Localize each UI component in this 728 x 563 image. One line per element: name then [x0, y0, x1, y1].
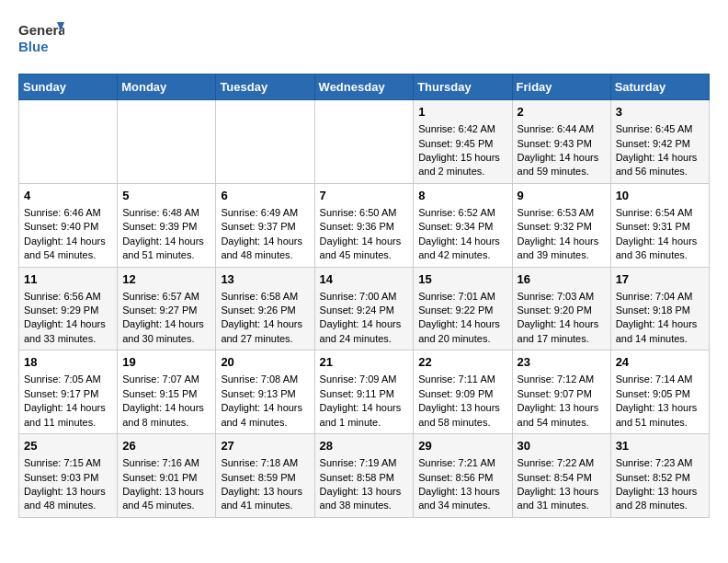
- day-info: Sunrise: 7:16 AM: [122, 456, 210, 470]
- day-info: Sunset: 9:31 PM: [616, 220, 704, 234]
- day-info: Sunrise: 6:52 AM: [418, 206, 506, 220]
- calendar-cell: 13Sunrise: 6:58 AMSunset: 9:26 PMDayligh…: [216, 267, 314, 350]
- calendar-cell: 1Sunrise: 6:42 AMSunset: 9:45 PMDaylight…: [414, 100, 512, 184]
- calendar-cell: 31Sunrise: 7:23 AMSunset: 8:52 PMDayligh…: [610, 434, 709, 518]
- day-info: Sunset: 9:11 PM: [320, 387, 409, 401]
- day-number: 13: [221, 271, 309, 288]
- day-info: Sunset: 9:40 PM: [24, 220, 112, 234]
- calendar-cell: 10Sunrise: 6:54 AMSunset: 9:31 PMDayligh…: [610, 183, 709, 267]
- day-info: Sunset: 9:39 PM: [122, 220, 210, 234]
- day-info: and 45 minutes.: [320, 248, 409, 262]
- day-info: Sunset: 9:32 PM: [518, 220, 606, 234]
- header-day: Monday: [118, 75, 216, 100]
- day-info: Daylight: 14 hours: [616, 235, 704, 248]
- calendar-cell: 26Sunrise: 7:16 AMSunset: 9:01 PMDayligh…: [118, 434, 216, 518]
- day-info: Sunrise: 7:08 AM: [221, 373, 309, 386]
- day-number: 28: [320, 438, 409, 454]
- calendar-cell: 7Sunrise: 6:50 AMSunset: 9:36 PMDaylight…: [314, 183, 414, 267]
- day-info: Sunset: 8:59 PM: [221, 471, 309, 485]
- day-number: 1: [418, 104, 506, 121]
- day-info: and 58 minutes.: [418, 416, 506, 430]
- calendar-cell: 5Sunrise: 6:48 AMSunset: 9:39 PMDaylight…: [118, 183, 216, 267]
- day-info: Sunrise: 7:22 AM: [518, 456, 606, 470]
- day-info: and 48 minutes.: [221, 248, 309, 262]
- day-number: 20: [221, 354, 309, 371]
- day-info: Sunrise: 7:04 AM: [616, 290, 704, 304]
- day-info: Sunset: 9:29 PM: [24, 304, 112, 317]
- header-day: Thursday: [414, 75, 512, 100]
- day-info: and 51 minutes.: [616, 416, 704, 430]
- day-number: 19: [122, 354, 210, 371]
- day-info: and 34 minutes.: [418, 499, 506, 512]
- day-info: Sunset: 9:13 PM: [221, 387, 309, 401]
- day-info: and 2 minutes.: [418, 165, 506, 178]
- calendar-cell: 9Sunrise: 6:53 AMSunset: 9:32 PMDaylight…: [512, 183, 610, 267]
- day-info: Sunrise: 6:50 AM: [320, 206, 409, 220]
- day-info: and 38 minutes.: [320, 499, 409, 512]
- calendar-table: SundayMondayTuesdayWednesdayThursdayFrid…: [18, 74, 710, 518]
- day-number: 24: [616, 354, 704, 371]
- day-info: Daylight: 14 hours: [24, 235, 112, 248]
- day-info: Sunset: 9:20 PM: [518, 304, 606, 317]
- day-info: Sunset: 9:45 PM: [418, 137, 506, 151]
- day-info: Sunrise: 7:05 AM: [24, 373, 112, 386]
- calendar-cell: [216, 100, 314, 184]
- day-info: Daylight: 14 hours: [221, 317, 309, 331]
- day-info: Sunset: 9:27 PM: [122, 304, 210, 317]
- day-info: Sunrise: 7:09 AM: [320, 373, 409, 386]
- day-info: and 20 minutes.: [418, 332, 506, 346]
- calendar-cell: 8Sunrise: 6:52 AMSunset: 9:34 PMDaylight…: [414, 183, 512, 267]
- day-number: 21: [320, 354, 409, 371]
- day-info: Sunrise: 7:03 AM: [518, 290, 606, 304]
- day-number: 15: [418, 271, 506, 288]
- calendar-cell: 14Sunrise: 7:00 AMSunset: 9:24 PMDayligh…: [314, 267, 414, 350]
- calendar-week: 25Sunrise: 7:15 AMSunset: 9:03 PMDayligh…: [19, 434, 710, 518]
- day-info: and 54 minutes.: [24, 248, 112, 262]
- day-info: Sunset: 9:43 PM: [518, 137, 606, 151]
- day-info: and 48 minutes.: [24, 499, 112, 512]
- header-row: SundayMondayTuesdayWednesdayThursdayFrid…: [19, 75, 710, 100]
- calendar-week: 11Sunrise: 6:56 AMSunset: 9:29 PMDayligh…: [19, 267, 710, 350]
- day-info: Sunset: 9:22 PM: [418, 304, 506, 317]
- day-info: Sunset: 9:09 PM: [418, 387, 506, 401]
- day-info: Daylight: 14 hours: [616, 317, 704, 331]
- day-info: Daylight: 13 hours: [518, 485, 606, 499]
- calendar-cell: 28Sunrise: 7:19 AMSunset: 8:58 PMDayligh…: [314, 434, 414, 518]
- day-info: Sunrise: 7:12 AM: [518, 373, 606, 386]
- day-info: and 1 minute.: [320, 416, 409, 430]
- day-info: Daylight: 13 hours: [518, 401, 606, 415]
- day-info: Daylight: 14 hours: [122, 317, 210, 331]
- day-info: and 31 minutes.: [518, 499, 606, 512]
- day-info: Daylight: 14 hours: [320, 235, 409, 248]
- calendar-body: 1Sunrise: 6:42 AMSunset: 9:45 PMDaylight…: [19, 100, 710, 518]
- day-number: 5: [122, 188, 210, 204]
- calendar-week: 1Sunrise: 6:42 AMSunset: 9:45 PMDaylight…: [19, 100, 710, 184]
- day-info: Sunrise: 7:07 AM: [122, 373, 210, 386]
- header-day: Saturday: [610, 75, 709, 100]
- calendar-week: 18Sunrise: 7:05 AMSunset: 9:17 PMDayligh…: [19, 350, 710, 434]
- day-info: Daylight: 13 hours: [418, 485, 506, 499]
- day-info: and 14 minutes.: [616, 332, 704, 346]
- day-info: Daylight: 13 hours: [616, 401, 704, 415]
- day-info: Sunrise: 6:53 AM: [518, 206, 606, 220]
- day-info: and 17 minutes.: [518, 332, 606, 346]
- day-info: Daylight: 13 hours: [122, 485, 210, 499]
- day-number: 29: [418, 438, 506, 454]
- svg-text:General: General: [18, 22, 64, 38]
- day-info: and 27 minutes.: [221, 332, 309, 346]
- calendar-cell: 29Sunrise: 7:21 AMSunset: 8:56 PMDayligh…: [414, 434, 512, 518]
- svg-text:Blue: Blue: [18, 39, 49, 54]
- calendar-cell: [118, 100, 216, 184]
- day-info: Sunset: 9:18 PM: [616, 304, 704, 317]
- day-info: Sunrise: 7:11 AM: [418, 373, 506, 386]
- day-number: 12: [122, 271, 210, 288]
- day-info: Sunset: 9:01 PM: [122, 471, 210, 485]
- day-info: Sunset: 9:37 PM: [221, 220, 309, 234]
- day-info: Sunrise: 6:54 AM: [616, 206, 704, 220]
- day-info: Sunset: 8:56 PM: [418, 471, 506, 485]
- calendar-cell: 27Sunrise: 7:18 AMSunset: 8:59 PMDayligh…: [216, 434, 314, 518]
- day-info: Daylight: 14 hours: [122, 401, 210, 415]
- calendar-header: SundayMondayTuesdayWednesdayThursdayFrid…: [19, 75, 710, 100]
- day-info: Sunset: 9:03 PM: [24, 471, 112, 485]
- calendar-cell: 19Sunrise: 7:07 AMSunset: 9:15 PMDayligh…: [118, 350, 216, 434]
